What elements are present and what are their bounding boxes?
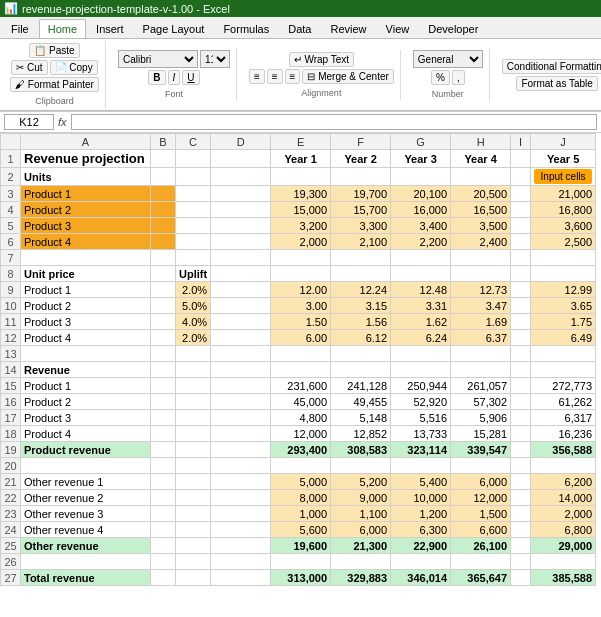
cell-d3[interactable] — [211, 186, 271, 202]
cell-i7[interactable] — [511, 250, 531, 266]
cell-h27[interactable]: 365,647 — [451, 570, 511, 586]
cell-a10[interactable]: Product 2 — [21, 298, 151, 314]
cell-a23[interactable]: Other revenue 3 — [21, 506, 151, 522]
cell-h17[interactable]: 5,906 — [451, 410, 511, 426]
cell-d16[interactable] — [211, 394, 271, 410]
cell-c20[interactable] — [176, 458, 211, 474]
cell-d19[interactable] — [211, 442, 271, 458]
col-header-a[interactable]: A — [21, 134, 151, 150]
cell-e21[interactable]: 5,000 — [271, 474, 331, 490]
cell-j27[interactable]: 385,588 — [531, 570, 596, 586]
cell-i14[interactable] — [511, 362, 531, 378]
cell-g25[interactable]: 22,900 — [391, 538, 451, 554]
cell-h7[interactable] — [451, 250, 511, 266]
cell-j21[interactable]: 6,200 — [531, 474, 596, 490]
cell-b27[interactable] — [151, 570, 176, 586]
cell-e25[interactable]: 19,600 — [271, 538, 331, 554]
cell-h14[interactable] — [451, 362, 511, 378]
cell-a7[interactable] — [21, 250, 151, 266]
format-as-table-button[interactable]: Format as Table — [516, 76, 598, 91]
tab-home[interactable]: Home — [39, 19, 86, 38]
cell-j19[interactable]: 356,588 — [531, 442, 596, 458]
cell-i3[interactable] — [511, 186, 531, 202]
tab-review[interactable]: Review — [321, 19, 375, 38]
cell-c14[interactable] — [176, 362, 211, 378]
cell-f13[interactable] — [331, 346, 391, 362]
cell-e18[interactable]: 12,000 — [271, 426, 331, 442]
cell-b4[interactable] — [151, 202, 176, 218]
cell-i11[interactable] — [511, 314, 531, 330]
cell-f11[interactable]: 1.56 — [331, 314, 391, 330]
col-header-g[interactable]: G — [391, 134, 451, 150]
cell-e9[interactable]: 12.00 — [271, 282, 331, 298]
cell-g15[interactable]: 250,944 — [391, 378, 451, 394]
cell-a12[interactable]: Product 4 — [21, 330, 151, 346]
cell-i26[interactable] — [511, 554, 531, 570]
comma-button[interactable]: , — [452, 70, 465, 85]
cell-b7[interactable] — [151, 250, 176, 266]
cell-c23[interactable] — [176, 506, 211, 522]
conditional-formatting-button[interactable]: Conditional Formatting — [502, 59, 601, 74]
cell-i6[interactable] — [511, 234, 531, 250]
cell-d4[interactable] — [211, 202, 271, 218]
cell-e12[interactable]: 6.00 — [271, 330, 331, 346]
tab-view[interactable]: View — [377, 19, 419, 38]
cell-a13[interactable] — [21, 346, 151, 362]
cell-h24[interactable]: 6,600 — [451, 522, 511, 538]
font-size-select[interactable]: 11 — [200, 50, 230, 68]
cell-g18[interactable]: 13,733 — [391, 426, 451, 442]
cell-e10[interactable]: 3.00 — [271, 298, 331, 314]
cell-a27[interactable]: Total revenue — [21, 570, 151, 586]
cell-g5[interactable]: 3,400 — [391, 218, 451, 234]
cell-h22[interactable]: 12,000 — [451, 490, 511, 506]
cell-f1[interactable]: Year 2 — [331, 150, 391, 168]
cell-e19[interactable]: 293,400 — [271, 442, 331, 458]
cell-c1[interactable] — [176, 150, 211, 168]
col-header-c[interactable]: C — [176, 134, 211, 150]
cell-c18[interactable] — [176, 426, 211, 442]
col-header-i[interactable]: I — [511, 134, 531, 150]
cell-f17[interactable]: 5,148 — [331, 410, 391, 426]
cell-i12[interactable] — [511, 330, 531, 346]
cell-b23[interactable] — [151, 506, 176, 522]
cell-c6[interactable] — [176, 234, 211, 250]
cell-f14[interactable] — [331, 362, 391, 378]
cell-f21[interactable]: 5,200 — [331, 474, 391, 490]
cell-a8[interactable]: Unit price — [21, 266, 151, 282]
col-header-d[interactable]: D — [211, 134, 271, 150]
paste-button[interactable]: 📋 Paste — [29, 43, 79, 58]
tab-developer[interactable]: Developer — [419, 19, 487, 38]
cell-b21[interactable] — [151, 474, 176, 490]
cell-j9[interactable]: 12.99 — [531, 282, 596, 298]
cell-d18[interactable] — [211, 426, 271, 442]
merge-center-button[interactable]: ⊟ Merge & Center — [302, 69, 393, 84]
format-painter-button[interactable]: 🖌 Format Painter — [10, 77, 99, 92]
cell-h20[interactable] — [451, 458, 511, 474]
cell-d15[interactable] — [211, 378, 271, 394]
wrap-text-button[interactable]: ↵ Wrap Text — [289, 52, 354, 67]
cell-h25[interactable]: 26,100 — [451, 538, 511, 554]
cell-a14[interactable]: Revenue — [21, 362, 151, 378]
cell-b25[interactable] — [151, 538, 176, 554]
tab-pagelayout[interactable]: Page Layout — [134, 19, 214, 38]
cell-j12[interactable]: 6.49 — [531, 330, 596, 346]
cell-i17[interactable] — [511, 410, 531, 426]
cell-c3[interactable] — [176, 186, 211, 202]
cell-b20[interactable] — [151, 458, 176, 474]
cell-c11[interactable]: 4.0% — [176, 314, 211, 330]
cell-f8[interactable] — [331, 266, 391, 282]
cell-f12[interactable]: 6.12 — [331, 330, 391, 346]
cell-i27[interactable] — [511, 570, 531, 586]
cell-f22[interactable]: 9,000 — [331, 490, 391, 506]
cell-j15[interactable]: 272,773 — [531, 378, 596, 394]
number-format-select[interactable]: General — [413, 50, 483, 68]
cell-a15[interactable]: Product 1 — [21, 378, 151, 394]
cell-d7[interactable] — [211, 250, 271, 266]
cell-f27[interactable]: 329,883 — [331, 570, 391, 586]
cell-d10[interactable] — [211, 298, 271, 314]
cell-j10[interactable]: 3.65 — [531, 298, 596, 314]
cell-f5[interactable]: 3,300 — [331, 218, 391, 234]
cell-j8[interactable] — [531, 266, 596, 282]
cell-b13[interactable] — [151, 346, 176, 362]
cell-i4[interactable] — [511, 202, 531, 218]
